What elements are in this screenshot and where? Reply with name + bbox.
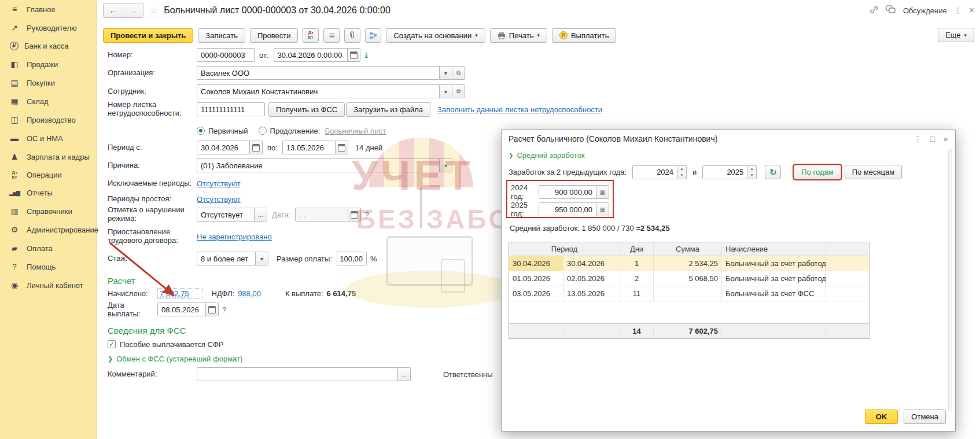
register-records-button[interactable]: ≣ (323, 28, 340, 43)
calendar-icon[interactable] (206, 302, 219, 316)
date-input[interactable]: 30.04.2026 0:00:00 (274, 48, 348, 62)
ndfl-amount-link[interactable]: 988,00 (238, 289, 261, 298)
get-from-fss-button[interactable]: Получить из ФСС (268, 102, 345, 117)
back-button[interactable]: ← (104, 3, 123, 17)
by-years-button[interactable]: По годам (794, 165, 841, 179)
load-from-file-button[interactable]: Загрузить из файла (346, 102, 430, 117)
sidebar-item-salary-hr[interactable]: ♟Зарплата и кадры (0, 147, 97, 166)
sidebar-item-account[interactable]: ◉Личный кабинет (0, 276, 97, 294)
sidebar-item-administration[interactable]: ⚙Администрирование (0, 220, 97, 239)
dropdown-icon[interactable]: ▾ (256, 252, 268, 265)
table-row[interactable]: 01.05.2026 02.05.2026 2 5 068,50 Больнич… (509, 271, 869, 286)
fill-sick-note-link[interactable]: Заполнить данные листка нетрудоспособнос… (437, 105, 602, 114)
dialog-maximize-icon[interactable]: □ (930, 134, 935, 143)
dropdown-icon[interactable]: ▾ (440, 84, 452, 98)
cancel-button[interactable]: Отмена (904, 410, 946, 424)
close-icon[interactable]: × (969, 5, 974, 16)
discussion-icon[interactable] (886, 5, 896, 16)
calendar-icon[interactable] (348, 48, 360, 62)
reason-select[interactable]: (01) Заболевание (197, 158, 440, 172)
table-row[interactable]: 03.05.2026 13.05.2026 11 Больничный за с… (509, 286, 869, 301)
number-input[interactable]: 0000-000003 (197, 48, 255, 62)
spinner-arrows[interactable]: ▲▼ (677, 165, 687, 179)
continuation-radio[interactable] (259, 127, 267, 135)
table-row[interactable]: 30.04.2026 30.04.2026 1 2 534,25 Больнич… (509, 256, 869, 271)
sidebar-item-payment[interactable]: ▰Оплата (0, 239, 97, 257)
favorite-star-icon[interactable]: ☆ (149, 5, 158, 17)
set-date-icon[interactable]: ⤓ (365, 50, 369, 60)
comment-input[interactable] (197, 367, 398, 381)
sidebar-item-manager[interactable]: ↗Руководителю (0, 19, 97, 37)
sidebar-item-help[interactable]: ?Помощь (0, 257, 97, 276)
sidebar-item-purchases[interactable]: ▤Покупки (0, 73, 97, 92)
ellipsis-button[interactable]: ... (255, 208, 267, 222)
structure-button[interactable] (365, 28, 381, 43)
pay-button[interactable]: ₽Выплатить (552, 28, 617, 43)
create-based-on-button[interactable]: Создать на основании▾ (386, 28, 485, 43)
fss-exchange-link[interactable]: Обмен с ФСС (устаревший формат) (116, 355, 242, 363)
sidebar-item-operations[interactable]: Дт КтОперации (0, 166, 97, 184)
sidebar-item-reports[interactable]: ▂▅▇Отчеты (0, 184, 97, 202)
dialog-scrollbar[interactable] (948, 149, 952, 411)
year1-spinner[interactable]: 2024 (632, 165, 677, 179)
pay-date-input[interactable]: 08.05.2026 (157, 302, 206, 316)
open-icon[interactable]: ⧉ (452, 84, 465, 98)
ellipsis-button[interactable]: ... (398, 367, 411, 381)
period-from-input[interactable]: 30.04.2026 (197, 141, 250, 154)
attachments-button[interactable] (344, 28, 360, 43)
window-menu-icon[interactable]: ⋮ (954, 6, 962, 15)
period-to-input[interactable]: 13.05.2026 (282, 141, 336, 154)
spinner-arrows[interactable]: ▲▼ (747, 165, 757, 179)
print-button[interactable]: Печать▾ (490, 28, 547, 43)
employee-input[interactable]: Соколов Михаил Константинович (197, 84, 440, 98)
save-button[interactable]: Записать (198, 28, 245, 43)
more-button[interactable]: Еще▾ (938, 28, 974, 42)
violation-date-input[interactable]: . . (295, 208, 348, 222)
suspension-link[interactable]: Не зарегистрировано (197, 233, 272, 241)
calendar-icon[interactable] (250, 141, 263, 154)
forward-button[interactable]: → (123, 3, 143, 17)
sidebar-item-directories[interactable]: ▥Справочники (0, 202, 97, 220)
dialog-menu-icon[interactable]: ⋮ (914, 134, 922, 143)
calculator-icon[interactable]: ▦ (596, 185, 609, 199)
year-2025-input[interactable]: 950 000,00 (539, 202, 596, 216)
open-icon[interactable]: ⧉ (452, 66, 465, 80)
link-icon[interactable] (870, 5, 879, 16)
accrued-amount-link[interactable]: 7 602,75 (157, 288, 202, 299)
post-button[interactable]: Провести (250, 28, 299, 43)
year2-spinner[interactable]: 2025 (702, 165, 747, 179)
pay-size-input[interactable]: 100,00 (337, 252, 367, 265)
continuation-doc-link[interactable]: Больничный лист (325, 127, 386, 135)
sick-note-number-input[interactable]: 111111111111 (197, 102, 265, 116)
sidebar-item-bank[interactable]: ₽Банк и касса (0, 37, 97, 55)
sidebar-item-fixed-assets[interactable]: ▬ОС и НМА (0, 129, 97, 147)
pay-date-help-link[interactable]: ? (222, 305, 226, 314)
sidebar-item-sales[interactable]: ◧Продажи (0, 55, 97, 73)
organization-input[interactable]: Василек ООО (197, 66, 440, 80)
sidebar-item-warehouse[interactable]: ▦Склад (0, 92, 97, 110)
by-months-button[interactable]: По месяцам (845, 165, 902, 179)
violation-help-link[interactable]: ? (364, 211, 369, 219)
calendar-icon[interactable] (336, 141, 348, 154)
downtime-periods-link[interactable]: Отсутствуют (197, 195, 241, 204)
calendar-icon[interactable] (348, 208, 361, 222)
dropdown-icon[interactable]: ▾ (440, 66, 452, 80)
violation-input[interactable]: Отсутствует (197, 208, 255, 222)
sfr-checkbox[interactable]: ✓ (108, 340, 116, 348)
sidebar-item-production[interactable]: ◫Производство (0, 110, 97, 129)
calculator-icon[interactable]: ▦ (596, 202, 609, 216)
excluded-periods-link[interactable]: Отсутствуют (197, 179, 241, 188)
ok-button[interactable]: OK (865, 410, 898, 424)
dtkt-register-button[interactable]: ДтКт (303, 28, 319, 43)
dialog-close-icon[interactable]: × (943, 134, 948, 144)
sidebar-item-main[interactable]: ≡Главное (0, 0, 97, 19)
dropdown-icon[interactable]: ▾ (440, 158, 452, 172)
experience-select[interactable]: 8 и более лет (197, 252, 256, 265)
post-and-close-button[interactable]: Провести и закрыть (103, 28, 193, 43)
refresh-button[interactable]: ↻ (765, 165, 781, 179)
avg-earnings-section[interactable]: ❯ Средний заработок (509, 151, 585, 160)
chevron-down-icon: ▾ (475, 32, 478, 38)
discussion-link[interactable]: Обсуждение (903, 6, 947, 15)
year-2024-input[interactable]: 900 000,00 (539, 185, 596, 199)
primary-radio[interactable] (197, 127, 205, 135)
